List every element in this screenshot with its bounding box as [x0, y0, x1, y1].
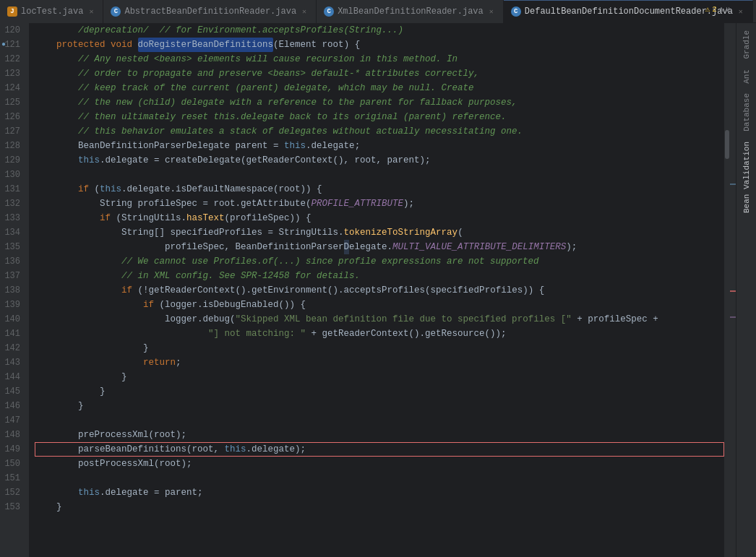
code-line-130 — [35, 168, 724, 182]
line-num-121: ● 121 — [0, 38, 26, 52]
scrollbar-thumb[interactable] — [725, 130, 729, 159]
code-line-141: "] not matching: " + getReaderContext().… — [35, 327, 724, 341]
line-num-143: 143 — [0, 355, 26, 370]
tab-label: locTest.java — [21, 7, 83, 17]
warn-nav-up[interactable]: ∧ — [719, 5, 723, 14]
line-num-140: 140 — [0, 312, 26, 327]
code-line-149: parseBeanDefinitions(root, this.delegate… — [35, 442, 724, 457]
warning-badge: ⚠ 2 ∧ ∨ — [705, 4, 730, 14]
code-line-122: // Any nested <beans> elements will caus… — [35, 52, 724, 66]
code-line-125: // the new (child) delegate with a refer… — [35, 95, 724, 110]
tab-loctest[interactable]: J locTest.java ✕ — [0, 0, 103, 23]
code-line-133: if (StringUtils.hasText(profileSpec)) { — [35, 211, 724, 225]
line-gutter: 120 ● 121 122 123 124 125 126 127 128 12… — [0, 23, 29, 557]
code-line-147 — [35, 413, 724, 428]
line-num-127: 127 — [0, 124, 26, 139]
line-num-132: 132 — [0, 197, 26, 211]
tab-xmlbean[interactable]: C XmlBeanDefinitionReader.java ✕ — [317, 0, 504, 23]
code-line-128: BeanDefinitionParserDelegate parent = th… — [35, 139, 724, 153]
line-num-122: 122 — [0, 52, 26, 66]
editor-window: J locTest.java ✕ C AbstractBeanDefinitio… — [0, 0, 756, 557]
code-line-135: profileSpec, BeanDefinitionParserDelegat… — [35, 240, 724, 254]
warn-icon: ⚠ — [705, 4, 710, 14]
line-num-125: 125 — [0, 95, 26, 110]
code-line-138: if (!getReaderContext().getEnvironment()… — [35, 283, 724, 298]
line-num-141: 141 — [0, 327, 26, 341]
tab-abstractbean[interactable]: C AbstractBeanDefinitionReader.java ✕ — [103, 0, 317, 23]
line-num-153: 153 — [0, 500, 26, 514]
code-line-131: if (this.delegate.isDefaultNamespace(roo… — [35, 182, 724, 197]
right-tool-panel: Gradle Ant Database Bean Validation — [736, 23, 756, 557]
line-num-130: 130 — [0, 168, 26, 182]
gradle-panel[interactable]: Gradle — [739, 26, 754, 64]
line-num-138: 138 — [0, 283, 26, 298]
line-num-135: 135 — [0, 240, 26, 254]
code-line-127: // this behavior emulates a stack of del… — [35, 124, 724, 139]
java-icon: J — [7, 7, 17, 17]
code-line-153: } — [35, 500, 724, 514]
code-line-144: } — [35, 370, 724, 384]
line-num-136: 136 — [0, 254, 26, 269]
line-num-124: 124 — [0, 81, 26, 95]
main-area: 120 ● 121 122 123 124 125 126 127 128 12… — [0, 23, 756, 557]
line-num-142: 142 — [0, 341, 26, 355]
code-line-126: // then ultimately reset this.delegate b… — [35, 110, 724, 124]
line-num-133: 133 — [0, 211, 26, 225]
close-icon[interactable]: ✕ — [87, 7, 95, 17]
line-num-145: 145 — [0, 384, 26, 399]
line-num-131: 131 — [0, 182, 26, 197]
database-panel[interactable]: Database — [739, 89, 754, 136]
code-line-143: return; — [35, 355, 724, 370]
code-editor[interactable]: /deprecation/ // for Environment.accepts… — [29, 23, 724, 557]
line-num-120: 120 — [0, 23, 26, 38]
line-num-134: 134 — [0, 225, 26, 240]
close-icon[interactable]: ✕ — [487, 7, 496, 17]
class-icon: C — [324, 7, 334, 17]
code-content: /deprecation/ // for Environment.accepts… — [29, 23, 724, 514]
code-line-142: } — [35, 341, 724, 355]
line-num-148: 148 — [0, 428, 26, 442]
line-num-129: 129 — [0, 153, 26, 168]
code-line-151 — [35, 471, 724, 485]
code-line-139: if (logger.isDebugEnabled()) { — [35, 298, 724, 312]
code-line-120: /deprecation/ // for Environment.accepts… — [35, 23, 724, 38]
line-num-128: 128 — [0, 139, 26, 153]
code-line-137: // in XML config. See SPR-12458 for deta… — [35, 269, 724, 283]
line-num-147: 147 — [0, 413, 26, 428]
line-num-123: 123 — [0, 66, 26, 81]
code-line-145: } — [35, 384, 724, 399]
code-line-148: preProcessXml(root); — [35, 428, 724, 442]
line-num-151: 151 — [0, 471, 26, 485]
line-num-139: 139 — [0, 298, 26, 312]
code-line-150: postProcessXml(root); — [35, 457, 724, 471]
code-line-123: // order to propagate and preserve <bean… — [35, 66, 724, 81]
line-num-126: 126 — [0, 110, 26, 124]
warn-nav-down[interactable]: ∨ — [726, 5, 730, 14]
scrollbar-area[interactable] — [724, 23, 736, 557]
line-num-144: 144 — [0, 370, 26, 384]
tab-label: AbstractBeanDefinitionReader.java — [124, 7, 296, 17]
line-num-150: 150 — [0, 457, 26, 471]
code-line-146: } — [35, 399, 724, 413]
close-icon[interactable]: ✕ — [300, 7, 309, 17]
code-line-121: protected void doRegisterBeanDefinitions… — [35, 38, 724, 52]
close-icon[interactable]: ✕ — [736, 7, 745, 17]
class-icon: C — [111, 7, 121, 17]
gutter-icon-121: ● — [1, 38, 6, 52]
line-num-149: 149 — [0, 442, 26, 457]
code-line-152: this.delegate = parent; — [35, 485, 724, 500]
code-line-124: // keep track of the current (parent) de… — [35, 81, 724, 95]
tab-bar: J locTest.java ✕ C AbstractBeanDefinitio… — [0, 0, 756, 23]
code-line-136: // We cannot use Profiles.of(...) since … — [35, 254, 724, 269]
line-num-137: 137 — [0, 269, 26, 283]
line-num-152: 152 — [0, 485, 26, 500]
bean-validation-panel[interactable]: Bean Validation — [739, 137, 754, 217]
warn-count: 2 — [712, 5, 717, 14]
code-line-132: String profileSpec = root.getAttribute(P… — [35, 197, 724, 211]
code-line-140: logger.debug("Skipped XML bean definitio… — [35, 312, 724, 327]
code-line-129: this.delegate = createDelegate(getReader… — [35, 153, 724, 168]
line-num-146: 146 — [0, 399, 26, 413]
tab-label: XmlBeanDefinitionReader.java — [338, 7, 484, 17]
ant-panel[interactable]: Ant — [739, 65, 754, 88]
class-icon: C — [511, 7, 521, 17]
